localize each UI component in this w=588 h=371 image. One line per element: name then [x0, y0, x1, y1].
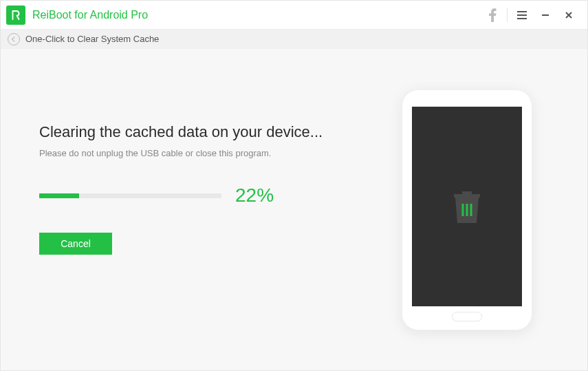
left-pane: Clearing the cached data on your device.… — [35, 76, 381, 343]
minimize-button[interactable] — [534, 1, 557, 30]
app-logo-icon — [6, 6, 25, 25]
separator — [507, 8, 508, 22]
progress-percent: 22% — [235, 184, 274, 206]
app-title: ReiBoot for Android Pro — [32, 9, 481, 21]
menu-icon[interactable] — [510, 1, 534, 30]
phone-home-button — [452, 312, 482, 321]
phone-screen — [412, 107, 522, 306]
progress-row: 22% — [39, 184, 381, 206]
back-button[interactable] — [8, 33, 20, 45]
subtext: Please do not unplug the USB cable or cl… — [39, 148, 381, 158]
progress-bar — [39, 193, 221, 198]
cancel-button[interactable]: Cancel — [39, 233, 112, 255]
trash-icon — [450, 187, 484, 226]
titlebar: ReiBoot for Android Pro — [1, 1, 587, 30]
close-button[interactable] — [557, 1, 580, 30]
heading: Clearing the cached data on your device.… — [39, 123, 381, 141]
breadcrumb-text: One-Click to Clear System Cache — [25, 34, 159, 44]
breadcrumb-bar: One-Click to Clear System Cache — [1, 30, 587, 49]
app-window: ReiBoot for Android Pro — [0, 0, 588, 371]
right-pane — [381, 76, 553, 343]
phone-illustration — [402, 89, 532, 330]
facebook-icon[interactable] — [481, 1, 504, 30]
title-controls — [481, 1, 580, 30]
progress-fill — [39, 193, 79, 198]
content-area: Clearing the cached data on your device.… — [1, 49, 587, 370]
